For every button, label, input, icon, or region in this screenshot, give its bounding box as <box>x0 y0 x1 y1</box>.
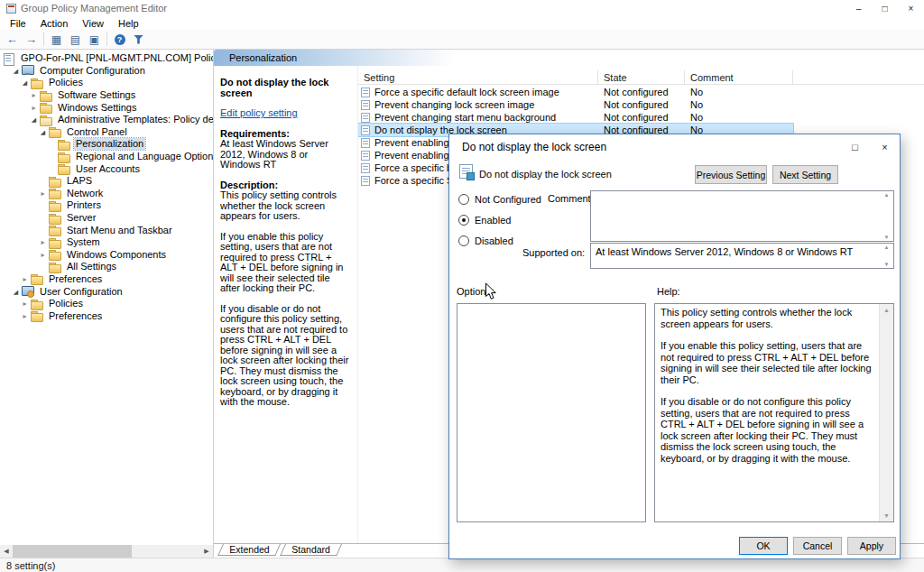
expander-expanded-icon[interactable]: ◢ <box>29 114 39 125</box>
tree-item-network[interactable]: ▸Network <box>0 188 213 200</box>
tab-standard[interactable]: Standard <box>281 544 342 556</box>
show-console-tree-icon[interactable]: ▦ <box>47 31 66 48</box>
dialog-close-button[interactable]: × <box>870 134 900 159</box>
scroll-down-icon[interactable]: ▼ <box>883 512 890 519</box>
expander-collapsed-icon[interactable]: ▸ <box>29 102 39 114</box>
tree-item-windows-settings[interactable]: ▸Windows Settings <box>0 101 213 114</box>
expander-collapsed-icon[interactable]: ▸ <box>38 249 48 261</box>
setting-row-prevent-changing-start-menu-background[interactable]: Prevent changing start menu backgroundNo… <box>358 111 793 124</box>
expander-collapsed-icon[interactable]: ▸ <box>38 188 48 199</box>
setting-row-force-a-specific-default-lock-screen-image[interactable]: Force a specific default lock screen ima… <box>358 86 793 98</box>
scroll-up-icon[interactable]: ▲ <box>884 192 890 198</box>
tree-item-label: Personalization <box>74 138 145 150</box>
menu-action[interactable]: Action <box>33 16 76 30</box>
scrollbar-track[interactable] <box>13 545 200 558</box>
expander-collapsed-icon[interactable]: ▸ <box>20 298 30 309</box>
column-header-comment[interactable]: Comment <box>685 70 793 84</box>
expander-expanded-icon[interactable]: ◢ <box>20 77 30 88</box>
forward-icon[interactable]: → <box>22 31 41 48</box>
scroll-up-icon[interactable]: ▲ <box>884 244 890 250</box>
previous-setting-button[interactable]: Previous Setting <box>695 165 767 184</box>
tree-item-user-configuration[interactable]: ◢User Configuration <box>0 285 213 298</box>
back-icon[interactable]: ← <box>3 31 22 48</box>
radio-checked-icon[interactable] <box>458 215 469 226</box>
radio-label: Disabled <box>475 235 513 246</box>
tree-item-software-settings[interactable]: ▸Software Settings <box>0 89 213 102</box>
policy-setting-dialog: Do not display the lock screen □× Do not… <box>448 134 901 559</box>
expander-collapsed-icon[interactable]: ▸ <box>20 273 30 285</box>
tree-item-label: Control Panel <box>65 126 129 138</box>
menu-view[interactable]: View <box>75 16 111 30</box>
radio-unchecked-icon[interactable] <box>458 235 469 246</box>
tab-label: Extended <box>229 544 269 555</box>
ok-button[interactable]: OK <box>739 537 788 555</box>
tab-extended[interactable]: Extended <box>217 544 281 556</box>
tree-item-system[interactable]: ▸System <box>0 236 213 249</box>
expander-collapsed-icon[interactable]: ▸ <box>38 236 48 248</box>
caption-buttons: –□× <box>845 0 924 16</box>
tree-item-server[interactable]: Server <box>0 212 213 225</box>
scrollbar-thumb[interactable] <box>13 545 132 558</box>
scroll-left-icon[interactable]: ◀ <box>0 545 13 558</box>
expander-expanded-icon[interactable]: ◢ <box>11 65 21 77</box>
export-list-icon[interactable]: ▤ <box>66 31 85 48</box>
filter-icon[interactable] <box>129 31 148 48</box>
menu-help[interactable]: Help <box>111 16 146 30</box>
description-paragraph: If you enable this policy setting, users… <box>220 232 350 294</box>
tree-item-computer-configuration[interactable]: ◢Computer Configuration <box>0 65 213 78</box>
tree-item-windows-components[interactable]: ▸Windows Components <box>0 249 213 262</box>
tree-item-all-settings[interactable]: All Settings <box>0 261 213 273</box>
radio-option-disabled[interactable]: Disabled <box>458 234 541 247</box>
scroll-down-icon[interactable]: ▼ <box>884 235 890 240</box>
tree-item-personalization[interactable]: Personalization <box>0 138 213 151</box>
app-icon <box>6 4 16 14</box>
tree-horizontal-scrollbar[interactable]: ◀ ▶ <box>0 545 213 558</box>
supported-scrollbar[interactable]: ▲ ▼ <box>881 244 892 267</box>
comment-input[interactable]: ▲ ▼ <box>590 190 894 242</box>
tree-item-administrative-templates-policy-definitions[interactable]: ◢Administrative Templates: Policy defini… <box>0 114 213 126</box>
properties-icon[interactable]: ▣ <box>85 31 104 48</box>
description-pane: Do not display the lock screen Edit poli… <box>214 66 357 543</box>
help-icon[interactable]: ? <box>110 31 129 48</box>
scroll-right-icon[interactable]: ▶ <box>200 545 213 558</box>
tree-item-regional-and-language-options[interactable]: Regional and Language Options <box>0 151 213 163</box>
tree-item-label: LAPS <box>65 175 94 187</box>
column-header-state[interactable]: State <box>598 70 685 84</box>
radio-unchecked-icon[interactable] <box>458 194 469 205</box>
edit-policy-setting-link[interactable]: Edit policy setting <box>220 108 298 119</box>
expander-expanded-icon[interactable]: ◢ <box>38 126 48 138</box>
radio-option-not-configured[interactable]: Not Configured <box>458 192 541 206</box>
cancel-button[interactable]: Cancel <box>793 537 842 555</box>
tree-item-laps[interactable]: LAPS <box>0 175 213 188</box>
tree-item-gpo-for-pnl-pnl-mgmt-pnl-com-policy[interactable]: GPO-For-PNL [PNL-MGMT.PNL.COM] Policy <box>0 52 213 65</box>
tree-item-control-panel[interactable]: ◢Control Panel <box>0 126 213 139</box>
minimize-button[interactable]: – <box>845 0 872 16</box>
expander-expanded-icon[interactable]: ◢ <box>11 286 21 298</box>
radio-option-enabled[interactable]: Enabled <box>458 213 541 226</box>
tree-item-printers[interactable]: Printers <box>0 199 213 212</box>
expander-collapsed-icon[interactable]: ▸ <box>29 89 39 101</box>
dialog-maximize-button[interactable]: □ <box>840 134 870 159</box>
column-header-setting[interactable]: Setting <box>358 70 598 84</box>
menu-file[interactable]: File <box>3 16 33 30</box>
scroll-up-icon[interactable]: ▲ <box>883 307 890 313</box>
help-scrollbar[interactable]: ▲ ▼ <box>879 304 893 521</box>
tree-item-policies[interactable]: ▸Policies <box>0 298 213 310</box>
description-paragraph: If you disable or do not configure this … <box>220 304 350 408</box>
close-button[interactable]: × <box>898 0 924 16</box>
tree-item-start-menu-and-taskbar[interactable]: Start Menu and Taskbar <box>0 224 213 236</box>
tree-item-label: User Accounts <box>74 163 142 175</box>
scroll-down-icon[interactable]: ▼ <box>884 262 890 267</box>
folder-icon <box>30 299 43 309</box>
tree-item-preferences[interactable]: ▸Preferences <box>0 273 213 286</box>
tree-item-preferences[interactable]: ▸Preferences <box>0 309 213 322</box>
tree-item-label: Server <box>65 212 97 224</box>
next-setting-button[interactable]: Next Setting <box>772 165 838 184</box>
setting-row-prevent-changing-lock-screen-image[interactable]: Prevent changing lock screen imageNot co… <box>358 98 793 111</box>
comment-scrollbar[interactable]: ▲ ▼ <box>881 192 892 240</box>
tree-item-user-accounts[interactable]: User Accounts <box>0 162 213 175</box>
apply-button[interactable]: Apply <box>847 537 896 555</box>
tree-item-policies[interactable]: ◢Policies <box>0 77 213 89</box>
maximize-button[interactable]: □ <box>872 0 898 16</box>
expander-collapsed-icon[interactable]: ▸ <box>20 310 30 322</box>
